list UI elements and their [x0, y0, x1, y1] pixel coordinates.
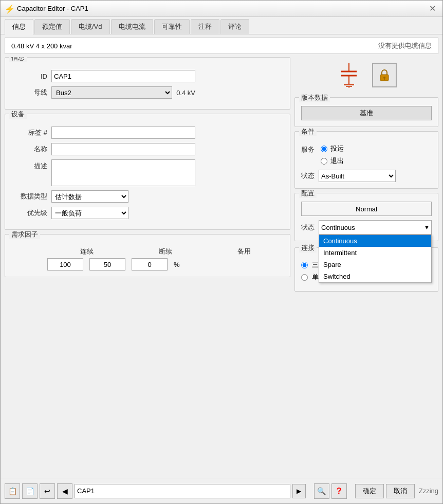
single-phase-radio[interactable]	[301, 274, 308, 281]
info-group: 信息 ID 母线 Bus2 0.4 kV	[5, 57, 290, 110]
conditions-group: 条件 服务 投运 退出 状态	[294, 131, 438, 189]
in-service-radio[interactable]	[321, 146, 327, 152]
search-button[interactable]: 🔍	[314, 483, 329, 499]
state-select[interactable]: Continuous Intermittent Spare Switched	[319, 220, 432, 235]
desc-label: 描述	[11, 161, 47, 171]
priority-label: 优先级	[11, 208, 47, 218]
tab-cable-current[interactable]: 电缆电流	[111, 19, 153, 34]
app-icon: ⚡	[5, 4, 14, 13]
info-group-label: 信息	[9, 57, 27, 62]
desc-input[interactable]	[51, 159, 195, 186]
right-panel: 版本数据 基准 条件 服务 投运 退出	[294, 57, 438, 478]
close-button[interactable]: ✕	[426, 3, 438, 15]
config-group-label: 配置	[299, 189, 317, 198]
window-title: Capacitor Editor - CAP1	[17, 5, 426, 12]
version-group: 版本数据 基准	[294, 97, 438, 127]
ok-button[interactable]: 确定	[355, 484, 384, 498]
tab-info[interactable]: 信息	[5, 19, 33, 34]
percent-label: %	[174, 261, 180, 268]
config-state-label: 状态	[301, 223, 315, 232]
nav-prev-button[interactable]: ◀	[57, 483, 72, 499]
three-phase-radio[interactable]	[301, 262, 308, 268]
data-type-select[interactable]: 估计数据	[51, 190, 128, 203]
out-service-radio[interactable]	[321, 158, 327, 165]
connection-group-label: 连接	[299, 243, 317, 253]
state-dropdown-popup: Continuous Intermittent Spare Switched	[319, 235, 432, 283]
info-bar-right: 没有提供电缆信息	[378, 41, 432, 50]
in-service-label: 投运	[330, 144, 344, 153]
conditions-group-label: 条件	[299, 127, 317, 136]
demand-group: 需求因子 连续 断续 备用 %	[5, 234, 290, 277]
dropdown-item-switched[interactable]: Switched	[319, 271, 431, 282]
element-combobox[interactable]	[75, 484, 290, 498]
bottom-bar: 📋 📄 ↩ ◀ ▶ 🔍 ? 确定 取消 Zzzing	[1, 478, 442, 503]
paste-button[interactable]: 📄	[22, 483, 38, 499]
tab-cable-vd[interactable]: 电缆/Vd	[71, 19, 110, 34]
bus-select[interactable]: Bus2	[51, 86, 172, 99]
service-label: 服务	[301, 145, 315, 154]
dropdown-item-spare[interactable]: Spare	[319, 259, 431, 271]
tab-comments[interactable]: 评论	[220, 19, 249, 34]
demand-continuous[interactable]	[47, 258, 83, 271]
zzzing-label: Zzzing	[419, 487, 438, 495]
cancel-button[interactable]: 取消	[386, 484, 415, 498]
tabs-bar: 信息 额定值 电缆/Vd 电缆电流 可靠性 注释 评论	[1, 17, 442, 34]
priority-select[interactable]: 一般负荷	[51, 207, 128, 219]
capacitor-svg	[336, 62, 362, 88]
dropdown-item-continuous[interactable]: Continuous	[319, 235, 431, 247]
lock-button[interactable]	[372, 63, 397, 87]
demand-group-label: 需求因子	[9, 230, 40, 239]
normal-button[interactable]: Normal	[301, 202, 432, 216]
demand-intermittent[interactable]	[89, 258, 125, 271]
info-bar-left: 0.48 kV 4 x 200 kvar	[11, 42, 72, 50]
bus-voltage: 0.4 kV	[176, 89, 195, 97]
in-service-radio-row: 投运	[321, 144, 344, 153]
equipment-group-label: 设备	[9, 110, 27, 119]
config-group: 配置 Normal 状态 Continuous Intermittent Spa…	[294, 193, 438, 241]
demand-spare[interactable]	[132, 258, 168, 271]
main-window: ⚡ Capacitor Editor - CAP1 ✕ 信息 额定值 电缆/Vd…	[0, 0, 443, 504]
bus-label: 母线	[11, 88, 47, 97]
left-panel: 信息 ID 母线 Bus2 0.4 kV 设备	[5, 57, 290, 478]
title-bar: ⚡ Capacitor Editor - CAP1 ✕	[1, 1, 442, 17]
tag-input[interactable]	[51, 127, 195, 139]
icon-area	[294, 57, 438, 91]
data-type-label: 数据类型	[11, 192, 47, 201]
nav-next-button[interactable]: ▶	[292, 484, 306, 498]
id-label: ID	[11, 73, 47, 80]
out-service-label: 退出	[330, 156, 344, 166]
info-bar: 0.48 kV 4 x 200 kvar 没有提供电缆信息	[5, 38, 438, 54]
status-select[interactable]: As-Built	[319, 170, 396, 182]
equipment-group: 设备 标签 # 名称 描述 数据类型 估计数据	[5, 114, 290, 230]
tab-rated[interactable]: 额定值	[34, 19, 70, 34]
out-service-radio-row: 退出	[321, 156, 344, 166]
undo-button[interactable]: ↩	[40, 483, 55, 499]
copy-button[interactable]: 📋	[5, 483, 20, 499]
col-intermittent: 断续	[145, 247, 186, 256]
dropdown-item-intermittent[interactable]: Intermittent	[319, 247, 431, 259]
tab-notes[interactable]: 注释	[191, 19, 219, 34]
name-input[interactable]	[51, 143, 195, 155]
base-button[interactable]: 基准	[301, 106, 432, 120]
lock-icon	[377, 68, 392, 82]
tag-label: 标签 #	[11, 128, 47, 137]
status-label: 状态	[301, 171, 315, 181]
main-content: 信息 ID 母线 Bus2 0.4 kV 设备	[1, 57, 442, 478]
col-spare: 备用	[224, 247, 265, 256]
name-label: 名称	[11, 145, 47, 154]
svg-point-8	[383, 77, 385, 79]
config-select-wrapper: Continuous Intermittent Spare Switched ▼…	[319, 220, 432, 235]
help-button[interactable]: ?	[331, 483, 347, 499]
capacitor-symbol	[336, 62, 362, 88]
version-group-label: 版本数据	[299, 93, 330, 102]
col-continuous: 连续	[66, 247, 107, 256]
id-input[interactable]	[51, 70, 195, 82]
tab-reliability[interactable]: 可靠性	[154, 19, 190, 34]
